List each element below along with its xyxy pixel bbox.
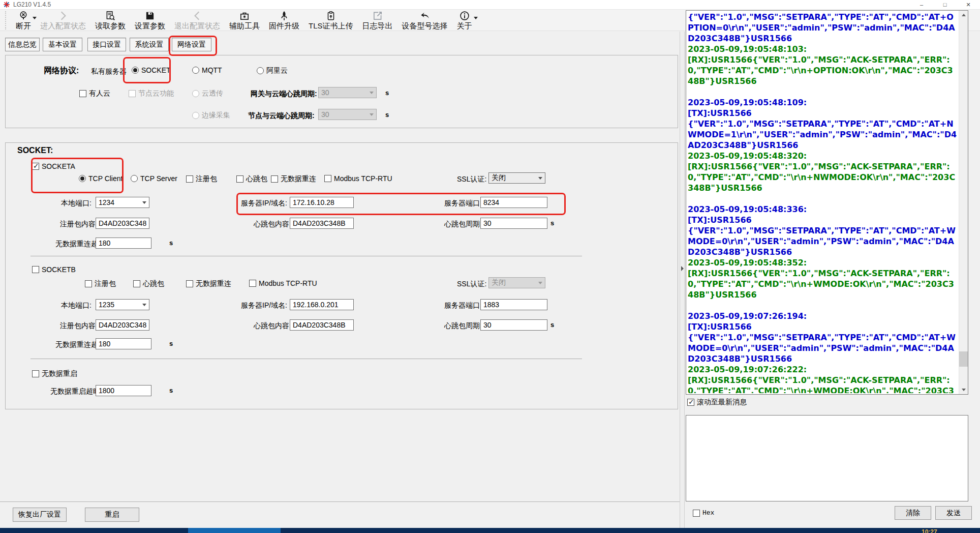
log-line-tx: {"VER":"1.0","MSG":"SETPARA","TYPE":"AT"… <box>688 332 958 364</box>
log-line-rx: [RX]:USR1566{"VER":"1.0","MSG":"ACK-SETP… <box>688 161 958 193</box>
log-line-tx: [TX]:USR1566 <box>688 215 958 225</box>
log-scrollbar[interactable] <box>959 11 968 394</box>
toolbar-item-about[interactable]: 关于 <box>452 10 477 30</box>
divider <box>30 256 582 256</box>
restart-timeout-label: 无数据重启超时: <box>50 387 102 396</box>
panel-splitter[interactable] <box>680 32 685 528</box>
server-ip-input-a[interactable] <box>290 197 354 208</box>
toolbar-item-tls-cert-upload[interactable]: TLS证书上传 <box>304 10 358 30</box>
maximize-button[interactable]: □ <box>933 0 957 9</box>
checkbox-usr-cloud[interactable]: 有人云 <box>79 89 110 98</box>
radio-mqtt[interactable]: MQTT <box>192 66 222 74</box>
ssl-select-b[interactable]: 关闭 <box>488 277 545 288</box>
log-line-tx: {"VER":"1.0","MSG":"SETPARA","TYPE":"AT"… <box>688 225 958 257</box>
tab-info-overview[interactable]: 信息总览 <box>5 38 40 51</box>
radio-cloud-passthrough: 云透传 <box>192 89 223 98</box>
about-icon <box>459 10 470 21</box>
checkbox-socketb[interactable]: SOCKETB <box>32 265 76 274</box>
chevron-down-icon <box>370 92 374 94</box>
private-server-label: 私有服务器 <box>91 67 127 76</box>
hb-period-label-b: 心跳包周期: <box>444 321 482 331</box>
checkbox-modbus-a[interactable]: Modbus TCP-RTU <box>324 174 392 183</box>
ssl-label-b: SSL认证: <box>457 280 486 289</box>
taskbar-clock: 10:27 <box>922 528 937 533</box>
checkbox-socketa[interactable]: SOCKETA <box>32 162 75 170</box>
toolbar-item-exit-config: 退出配置状态 <box>170 10 225 30</box>
checkbox-no-data-reconnect-b[interactable]: 无数据重连 <box>186 279 231 288</box>
reg-content-input-b[interactable] <box>96 319 149 331</box>
toolbar-item-set-params[interactable]: 设置参数 <box>130 10 170 30</box>
radio-aliyun[interactable]: 阿里云 <box>257 66 288 75</box>
checkbox-no-data-reconnect-a[interactable]: 无数据重连 <box>271 174 316 184</box>
reconnect-timeout-unit-a: s <box>169 239 173 247</box>
radio-tcp-client-a[interactable]: TCP Client <box>79 174 122 183</box>
local-port-select-a[interactable]: 1234 <box>96 197 149 208</box>
toolbar-item-enter-config: 进入配置状态 <box>36 10 90 30</box>
scrollbar-thumb[interactable] <box>959 351 968 367</box>
reg-content-input-a[interactable] <box>96 218 149 229</box>
scroll-down-icon[interactable] <box>959 386 968 394</box>
server-ip-input-b[interactable] <box>290 299 354 310</box>
hb-period-label-a: 心跳包周期: <box>444 220 482 229</box>
checkbox-modbus-b[interactable]: Modbus TCP-RTU <box>249 279 317 287</box>
toolbar-grip <box>5 11 8 29</box>
footer-separator <box>0 501 680 502</box>
local-port-label-b: 本地端口: <box>61 301 91 310</box>
reconnect-timeout-input-a[interactable] <box>96 238 151 249</box>
clear-button[interactable]: 清除 <box>895 506 931 520</box>
checkbox-no-data-restart[interactable]: 无数据重启 <box>32 369 77 378</box>
hb-period-input-a[interactable] <box>480 218 547 229</box>
toolbar-item-device-model-select[interactable]: 设备型号选择 <box>397 10 452 30</box>
send-input-box[interactable] <box>686 415 968 501</box>
factory-reset-button[interactable]: 恢复出厂设置 <box>13 508 67 522</box>
tab-interface-settings[interactable]: 接口设置 <box>87 38 126 51</box>
restart-timeout-input[interactable] <box>96 385 151 396</box>
restart-button[interactable]: 重启 <box>85 508 139 522</box>
ssl-select-a[interactable]: 关闭 <box>488 172 545 184</box>
server-port-input-b[interactable] <box>480 299 547 310</box>
close-button[interactable]: ✕ <box>957 0 980 9</box>
send-button[interactable]: 发送 <box>935 506 972 520</box>
tab-basic-settings[interactable]: 基本设置 <box>43 38 82 51</box>
server-port-input-a[interactable] <box>480 197 547 208</box>
toolbar-item-firmware-upgrade[interactable]: 固件升级 <box>264 10 304 30</box>
toolbar-item-log-export[interactable]: 日志导出 <box>358 10 397 30</box>
checkbox-scroll-latest[interactable]: 滚动至最新消息 <box>687 398 747 407</box>
chevron-down-icon <box>142 304 146 306</box>
chevron-down-icon <box>370 113 374 116</box>
reg-content-label-a: 注册包内容: <box>60 220 98 229</box>
toolbar-item-read-params[interactable]: 读取参数 <box>90 10 130 30</box>
tab-network-settings[interactable]: 网络设置 <box>172 38 211 51</box>
hb-content-input-a[interactable] <box>290 218 354 229</box>
divider <box>30 359 582 359</box>
device-select-icon <box>419 10 431 21</box>
reconnect-timeout-input-b[interactable] <box>96 338 151 349</box>
scroll-up-icon[interactable] <box>959 11 968 19</box>
toolbar-item-disconnect[interactable]: 断开 <box>11 10 36 30</box>
log-line-tx: 2023-05-09,19:05:48:109: <box>688 97 958 108</box>
enter-config-icon <box>57 10 69 21</box>
log-output-box[interactable]: {"VER":"1.0","MSG":"SETPARA","TYPE":"AT"… <box>686 10 968 395</box>
radio-socket[interactable]: SOCKET <box>132 66 171 74</box>
log-line-tx: {"VER":"1.0","MSG":"SETPARA","TYPE":"AT"… <box>688 12 958 44</box>
checkbox-hb-pkg-a[interactable]: 心跳包 <box>236 174 267 184</box>
toolbar-item-aux-tools[interactable]: 辅助工具 <box>225 10 264 30</box>
checkbox-reg-pkg-a[interactable]: 注册包 <box>186 174 217 184</box>
checkbox-reg-pkg-b[interactable]: 注册包 <box>85 279 116 288</box>
dropdown-caret-icon[interactable] <box>474 17 478 19</box>
hb-period-input-b[interactable] <box>480 319 547 331</box>
chevron-down-icon <box>538 177 542 180</box>
taskbar-segment <box>188 528 281 533</box>
local-port-select-b[interactable]: 1235 <box>96 299 149 310</box>
hb-content-label-a: 心跳包内容: <box>254 220 291 229</box>
minimize-button[interactable]: – <box>910 0 933 9</box>
app-logo-icon <box>3 1 10 8</box>
radio-tcp-server-a[interactable]: TCP Server <box>131 174 177 183</box>
log-line-rx: 2023-05-09,19:05:48:320: <box>688 151 958 161</box>
node-heartbeat-label: 节点与云端心跳周期: <box>248 111 315 121</box>
hb-content-input-b[interactable] <box>290 319 354 331</box>
checkbox-hb-pkg-b[interactable]: 心跳包 <box>133 279 164 288</box>
checkbox-hex[interactable]: Hex <box>693 509 714 517</box>
log-line-rx: 2023-05-09,19:05:48:103: <box>688 44 958 54</box>
tab-system-settings[interactable]: 系统设置 <box>130 38 169 51</box>
